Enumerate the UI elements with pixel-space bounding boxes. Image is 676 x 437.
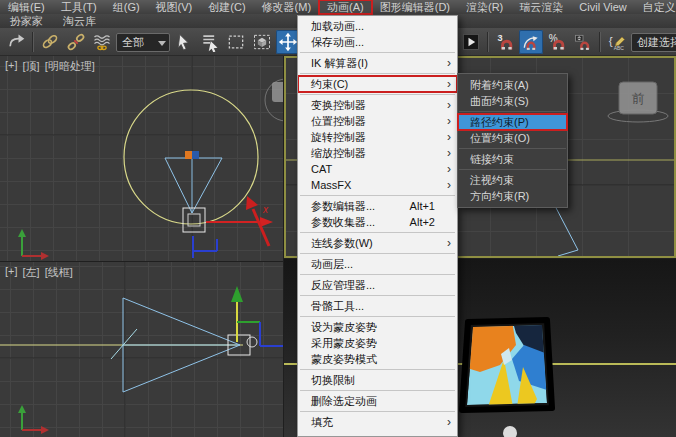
menu-item-label: 删除选定动画 — [311, 395, 377, 407]
menu-item-load-animation[interactable]: 加载动画... — [298, 18, 457, 34]
submenu-arrow-icon: › — [447, 113, 451, 129]
menu-separator — [300, 274, 455, 275]
percent-snap-button[interactable]: % — [545, 30, 569, 54]
submenu-item-orientation-constraint[interactable]: 方向约束(R) — [458, 188, 567, 204]
toolbar-right-group: 3%{ABC创建选择集 — [459, 28, 676, 56]
svg-text:ABC: ABC — [614, 45, 625, 51]
menu-item-reaction-manager[interactable]: 反应管理器... — [298, 277, 457, 293]
angle-snap-icon — [521, 32, 541, 52]
menu-separator — [459, 148, 566, 149]
menubar-item-tools[interactable]: 工具(T) — [53, 0, 105, 14]
menu-item-label: IK 解算器(I) — [311, 57, 368, 69]
menu-item-parameter-editor[interactable]: 参数编辑器...Alt+1 — [298, 198, 457, 214]
menu-item-assume-skin-pose[interactable]: 采用蒙皮姿势 — [298, 335, 457, 351]
submenu-item-lookat-constraint[interactable]: 注视约束 — [458, 172, 567, 188]
rectangular-selection-region-button[interactable] — [224, 30, 248, 54]
menubar-item-views[interactable]: 视图(V) — [148, 0, 201, 14]
menu-item-populate[interactable]: 填充› — [298, 414, 457, 430]
menu-item-label: 注视约束 — [470, 174, 514, 186]
percent-snap-icon: % — [547, 32, 567, 52]
toolbar-separator — [32, 32, 34, 52]
selection-filter-dropdown[interactable]: 全部 — [116, 33, 170, 52]
redo-button[interactable] — [4, 30, 28, 54]
menubar-item-edit[interactable]: 编辑(E) — [0, 0, 53, 14]
menu-item-rotation-controllers[interactable]: 旋转控制器› — [298, 129, 457, 145]
viewport-shading-label[interactable]: [线框] — [45, 265, 73, 280]
bind-to-space-warp-button[interactable] — [90, 30, 114, 54]
menu-item-transform-controllers[interactable]: 变换控制器› — [298, 97, 457, 113]
menu-separator — [300, 369, 455, 370]
viewport-view-label[interactable]: [顶] — [23, 59, 40, 74]
menu-item-parameter-collector[interactable]: 参数收集器...Alt+2 — [298, 214, 457, 230]
menu-item-scale-controllers[interactable]: 缩放控制器› — [298, 145, 457, 161]
viewport-top[interactable]: [+] [顶] [明暗处理] — [0, 56, 283, 261]
select-object-button[interactable] — [172, 30, 196, 54]
viewcube-face-partial — [272, 82, 283, 102]
angle-snap-button[interactable] — [519, 30, 543, 54]
menu-item-label: 骨骼工具... — [311, 300, 364, 312]
menu-separator — [300, 52, 455, 53]
viewport-view-label[interactable]: [左] — [23, 265, 40, 280]
toolbar-separator — [487, 32, 489, 52]
menubar-item-customize[interactable]: 自定义(U) — [635, 0, 676, 14]
menu-item-set-skin-pose[interactable]: 设为蒙皮姿势 — [298, 319, 457, 335]
menubar-item-banjiajia[interactable]: 扮家家 — [0, 14, 53, 28]
flyout-button[interactable] — [459, 30, 483, 54]
menubar-item-create[interactable]: 创建(C) — [200, 0, 253, 14]
snaps-toggle-3d-icon: 3 — [495, 32, 515, 52]
menu-item-position-controllers[interactable]: 位置控制器› — [298, 113, 457, 129]
menu-item-bone-tools[interactable]: 骨骼工具... — [298, 298, 457, 314]
menu-separator — [300, 73, 455, 74]
camera-body-selected — [183, 208, 205, 232]
submenu-item-surface-constraint[interactable]: 曲面约束(S) — [458, 93, 567, 109]
unlink-selection-button[interactable] — [64, 30, 88, 54]
viewport-left[interactable]: [+] [左] [线框] — [0, 262, 283, 437]
submenu-item-position-constraint[interactable]: 位置约束(O) — [458, 130, 567, 146]
spinner-snap-button[interactable] — [571, 30, 595, 54]
menu-item-constraints[interactable]: 约束(C)› — [298, 76, 457, 92]
named-selection-set-dropdown[interactable]: 创建选择集 — [631, 33, 676, 52]
menubar-item-group[interactable]: 组(G) — [105, 0, 148, 14]
submenu-arrow-icon: › — [447, 235, 451, 251]
select-and-link-button[interactable] — [38, 30, 62, 54]
menu-item-label: 参数收集器... — [311, 216, 375, 228]
menu-item-wire-parameters[interactable]: 连线参数(W)› — [298, 235, 457, 251]
menu-separator — [300, 232, 455, 233]
menubar-item-civil-view[interactable]: Civil View — [571, 0, 634, 14]
viewport-shading-label[interactable]: [明暗处理] — [45, 59, 95, 74]
menubar-item-graph-editors[interactable]: 图形编辑器(D) — [372, 0, 458, 14]
menu-item-save-animation[interactable]: 保存动画... — [298, 34, 457, 50]
menu-item-label: 切换限制 — [311, 374, 355, 386]
menu-item-skin-pose-mode[interactable]: 蒙皮姿势模式 — [298, 351, 457, 367]
redo-icon — [6, 32, 26, 52]
menu-item-label: 反应管理器... — [311, 279, 375, 291]
menu-item-label: 位置控制器 — [311, 115, 366, 127]
menu-separator — [300, 253, 455, 254]
snaps-toggle-3d-button[interactable]: 3 — [493, 30, 517, 54]
world-axis-tripod — [18, 405, 49, 434]
menu-item-label: 曲面约束(S) — [470, 95, 529, 107]
menu-item-massfx[interactable]: MassFX› — [298, 177, 457, 193]
window-crossing-button[interactable] — [250, 30, 274, 54]
menu-item-cat[interactable]: CAT› — [298, 161, 457, 177]
edit-named-selection-sets-button[interactable]: {ABC — [605, 30, 629, 54]
submenu-arrow-icon: › — [447, 129, 451, 145]
menu-item-delete-selected-animation[interactable]: 删除选定动画 — [298, 393, 457, 409]
submenu-item-path-constraint[interactable]: 路径约束(P) — [458, 114, 567, 130]
menu-item-label: 保存动画... — [311, 36, 364, 48]
submenu-item-attachment-constraint[interactable]: 附着约束(A) — [458, 77, 567, 93]
menubar-item-modifiers[interactable]: 修改器(M) — [254, 0, 320, 14]
menubar-item-animation[interactable]: 动画(A) — [319, 0, 372, 14]
select-by-name-button[interactable] — [198, 30, 222, 54]
menu-item-animation-layers[interactable]: 动画层... — [298, 256, 457, 272]
select-by-name-icon — [200, 32, 220, 52]
viewport-menu-plus[interactable]: [+] — [5, 265, 18, 280]
menubar-item-taoyunku[interactable]: 淘云库 — [53, 14, 106, 28]
menu-item-toggle-limits[interactable]: 切换限制 — [298, 372, 457, 388]
submenu-item-link-constraint[interactable]: 链接约束 — [458, 151, 567, 167]
viewport-top-label: [+] [顶] [明暗处理] — [5, 59, 95, 74]
menubar-item-rendering[interactable]: 渲染(R) — [458, 0, 511, 14]
viewport-menu-plus[interactable]: [+] — [5, 59, 18, 74]
menu-item-ik-solvers[interactable]: IK 解算器(I)› — [298, 55, 457, 71]
menubar-item-rayvision[interactable]: 瑞云渲染 — [511, 0, 571, 14]
